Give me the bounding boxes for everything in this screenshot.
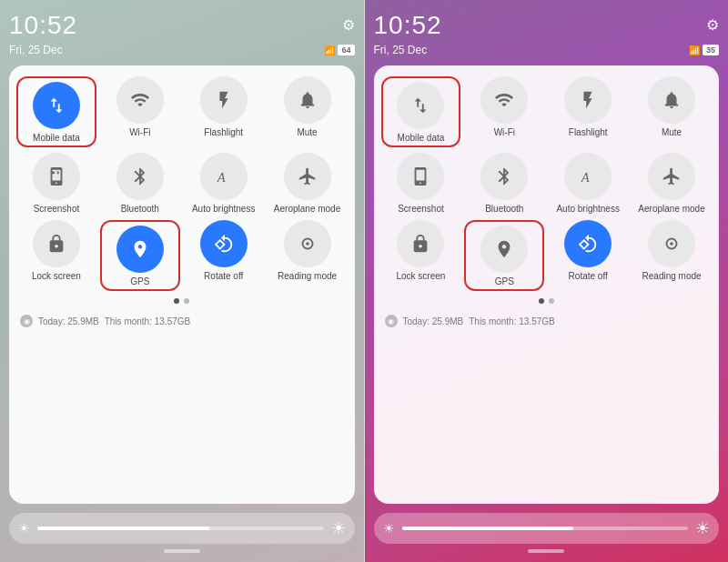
left-data-info: ◉ Today: 25.9MB This month: 13.57GB [16,311,348,329]
right-lock-screen-button[interactable] [397,220,444,267]
left-battery: 64 [338,45,354,55]
left-data-month: This month: 13.57GB [105,316,191,326]
right-auto-brightness-button[interactable]: A [564,153,612,200]
right-tile-reading-mode: Reading mode [632,220,712,291]
right-dot-2 [549,298,554,304]
right-tile-screenshot: Screenshot [381,153,461,215]
right-data-month: This month: 13.57GB [469,316,555,326]
right-tile-auto-brightness: A Auto brightness [548,153,628,215]
right-mute-button[interactable] [648,76,695,124]
svg-text:A: A [216,170,225,185]
left-tile-reading-mode: Reading mode [268,220,348,291]
left-aeroplane-label: Aeroplane mode [274,204,340,215]
left-brightness-bar: ☀ ☀ [9,513,355,544]
right-reading-mode-label: Reading mode [642,271,702,282]
left-rotate-off-label: Rotate off [204,271,243,282]
right-gear-icon[interactable]: ⚙ [706,16,719,34]
left-tile-bluetooth: Bluetooth [100,153,180,215]
left-tile-screenshot: Screenshot [16,153,96,215]
right-bluetooth-button[interactable] [480,153,528,200]
left-lock-screen-label: Lock screen [32,271,81,282]
left-tile-mute: Mute [268,76,348,147]
right-data-icon: ◉ [385,315,398,327]
right-tile-gps: GPS [464,220,544,291]
left-brightness-high-icon: ☀ [331,518,346,538]
right-mute-label: Mute [662,127,682,138]
left-gps-button[interactable] [116,226,164,273]
right-auto-brightness-label: Auto brightness [556,204,620,215]
right-aeroplane-button[interactable] [648,153,695,200]
left-status-icons: 📶 64 [324,45,354,55]
right-dot-1 [539,298,544,304]
right-tile-mobile-data: Mobile data [381,76,461,147]
right-rotate-off-button[interactable] [564,220,612,267]
right-brightness-low-icon: ☀ [383,521,395,536]
right-gps-button[interactable] [480,226,528,273]
left-gps-label: GPS [130,276,149,287]
right-wifi-button[interactable] [480,76,528,124]
right-tile-lock-screen: Lock screen [381,220,461,291]
right-tile-flashlight: Flashlight [548,76,628,147]
left-date: Fri, 25 Dec [9,44,63,56]
left-auto-brightness-button[interactable]: A [200,153,248,200]
left-lock-screen-button[interactable] [33,220,80,267]
right-tile-rotate-off: Rotate off [548,220,628,291]
right-brightness-bar: ☀ ☀ [374,513,720,544]
left-status-bar: 10:52 ⚙ [9,11,355,40]
left-aeroplane-button[interactable] [284,153,331,200]
left-brightness-fill [37,527,209,530]
right-brightness-track[interactable] [402,527,689,530]
right-data-info: ◉ Today: 25.9MB This month: 13.57GB [381,311,713,329]
right-tile-bluetooth: Bluetooth [464,153,544,215]
left-tile-auto-brightness: A Auto brightness [184,153,264,215]
left-bluetooth-button[interactable] [116,153,164,200]
right-flashlight-button[interactable] [564,76,612,124]
right-tile-mute: Mute [632,76,712,147]
left-date-bar: Fri, 25 Dec 📶 64 [9,44,355,56]
left-signal-icon: 📶 [324,45,335,55]
right-rotate-off-label: Rotate off [569,271,608,282]
left-screenshot-button[interactable] [33,153,80,200]
left-quick-tiles: Mobile data Wi-Fi Flashlight Mute [16,76,348,291]
left-data-icon: ◉ [20,315,33,327]
right-mobile-data-button[interactable] [397,82,444,129]
left-reading-mode-button[interactable] [284,220,331,267]
right-reading-mode-button[interactable] [648,220,695,267]
left-mute-button[interactable] [284,76,331,124]
right-brightness-fill [402,527,574,530]
left-time: 10:52 [9,11,77,40]
right-brightness-high-icon: ☀ [695,518,710,538]
right-phone-panel: 10:52 ⚙ Fri, 25 Dec 📶 35 Mobile data Wi-… [365,0,729,562]
left-flashlight-button[interactable] [200,76,248,124]
left-auto-brightness-label: Auto brightness [192,204,256,215]
right-tile-aeroplane: Aeroplane mode [632,153,712,215]
left-wifi-button[interactable] [116,76,164,124]
svg-point-5 [670,242,673,246]
right-date: Fri, 25 Dec [374,44,428,56]
right-bluetooth-label: Bluetooth [485,204,523,215]
svg-point-2 [306,242,309,246]
left-tile-lock-screen: Lock screen [16,220,96,291]
left-brightness-track[interactable] [37,527,324,530]
left-dot-1 [174,298,179,304]
left-data-today: Today: 25.9MB [38,316,99,326]
left-gear-icon[interactable]: ⚙ [342,16,355,34]
right-date-bar: Fri, 25 Dec 📶 35 [374,44,720,56]
right-screenshot-label: Screenshot [398,204,444,215]
right-screenshot-button[interactable] [397,153,444,200]
right-status-icons: 📶 35 [689,45,719,55]
left-dots-row [16,298,348,304]
left-rotate-off-button[interactable] [200,220,248,267]
left-dot-2 [184,298,189,304]
left-bluetooth-label: Bluetooth [121,204,159,215]
right-notification-panel: Mobile data Wi-Fi Flashlight Mute [374,65,720,504]
right-flashlight-label: Flashlight [569,127,608,138]
right-data-today: Today: 25.9MB [403,316,464,326]
left-mobile-data-button[interactable] [33,82,80,129]
left-reading-mode-label: Reading mode [278,271,337,282]
right-handle-bar [528,549,564,553]
right-dots-row [381,298,713,304]
left-tile-aeroplane: Aeroplane mode [268,153,348,215]
right-lock-screen-label: Lock screen [396,271,445,282]
left-tile-gps: GPS [100,220,180,291]
